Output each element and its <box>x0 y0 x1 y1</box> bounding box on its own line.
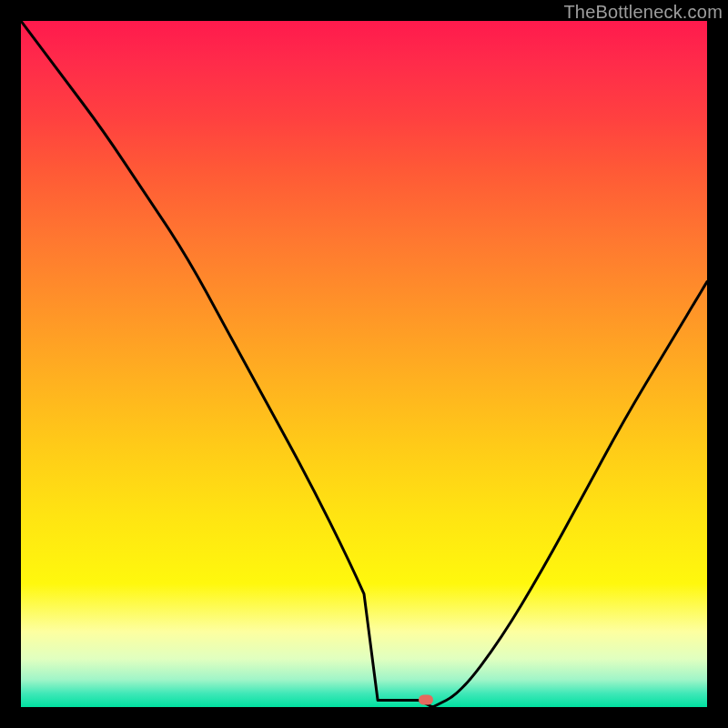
watermark-text: TheBottleneck.com <box>563 2 723 23</box>
optimum-marker <box>419 695 433 705</box>
chart-frame: TheBottleneck.com <box>0 0 728 728</box>
bottleneck-curve <box>21 21 707 707</box>
